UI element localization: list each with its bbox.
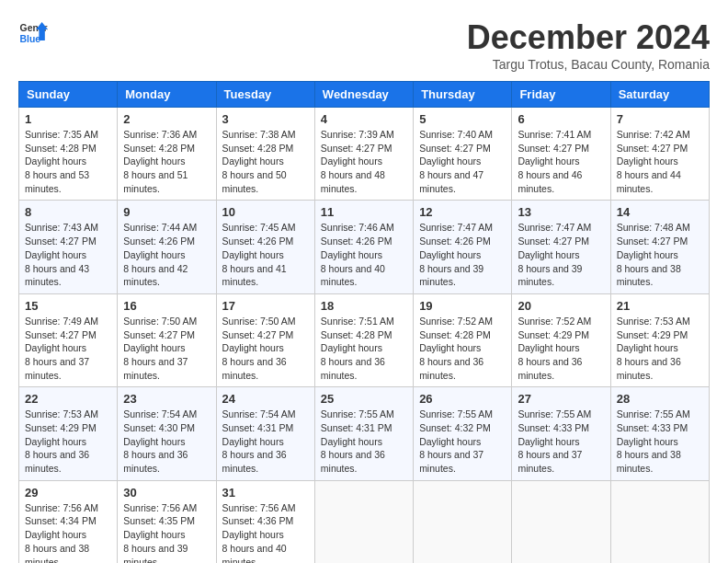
day-number: 28: [617, 392, 703, 406]
calendar-day-cell: 1 Sunrise: 7:35 AM Sunset: 4:28 PM Dayli…: [19, 108, 118, 201]
day-number: 18: [321, 299, 407, 313]
calendar-day-cell: [610, 480, 709, 563]
calendar-table: SundayMondayTuesdayWednesdayThursdayFrid…: [18, 81, 710, 563]
day-number: 30: [123, 486, 210, 500]
calendar-day-cell: [314, 480, 413, 563]
calendar-week-row: 15 Sunrise: 7:49 AM Sunset: 4:27 PM Dayl…: [19, 293, 710, 386]
day-number: 1: [25, 112, 111, 126]
calendar-day-cell: [414, 480, 512, 563]
day-number: 26: [419, 392, 506, 406]
day-number: 31: [222, 486, 309, 500]
day-info: Sunrise: 7:38 AM Sunset: 4:28 PM Dayligh…: [222, 128, 309, 195]
calendar-day-cell: 12 Sunrise: 7:47 AM Sunset: 4:26 PM Dayl…: [414, 201, 512, 293]
calendar-day-cell: 21 Sunrise: 7:53 AM Sunset: 4:29 PM Dayl…: [610, 293, 709, 386]
day-info: Sunrise: 7:39 AM Sunset: 4:27 PM Dayligh…: [321, 128, 407, 195]
day-number: 27: [518, 392, 604, 406]
calendar-header-row: SundayMondayTuesdayWednesdayThursdayFrid…: [19, 82, 710, 108]
day-number: 3: [222, 112, 309, 126]
calendar-day-cell: 4 Sunrise: 7:39 AM Sunset: 4:27 PM Dayli…: [314, 108, 413, 201]
day-info: Sunrise: 7:53 AM Sunset: 4:29 PM Dayligh…: [25, 408, 111, 475]
calendar-day-cell: 5 Sunrise: 7:40 AM Sunset: 4:27 PM Dayli…: [414, 108, 512, 201]
calendar-day-cell: 16 Sunrise: 7:50 AM Sunset: 4:27 PM Dayl…: [118, 293, 216, 386]
day-info: Sunrise: 7:49 AM Sunset: 4:27 PM Dayligh…: [25, 315, 111, 382]
day-info: Sunrise: 7:48 AM Sunset: 4:27 PM Dayligh…: [617, 221, 703, 288]
col-header-saturday: Saturday: [610, 82, 709, 108]
day-info: Sunrise: 7:50 AM Sunset: 4:27 PM Dayligh…: [123, 315, 210, 382]
day-number: 10: [222, 205, 309, 219]
day-info: Sunrise: 7:43 AM Sunset: 4:27 PM Dayligh…: [25, 221, 111, 288]
day-info: Sunrise: 7:54 AM Sunset: 4:31 PM Dayligh…: [222, 408, 309, 475]
day-number: 23: [123, 392, 210, 406]
day-number: 2: [123, 112, 210, 126]
day-info: Sunrise: 7:36 AM Sunset: 4:28 PM Dayligh…: [123, 128, 210, 195]
day-number: 9: [123, 205, 210, 219]
calendar-day-cell: 20 Sunrise: 7:52 AM Sunset: 4:29 PM Dayl…: [512, 293, 610, 386]
day-number: 11: [321, 205, 407, 219]
day-number: 13: [518, 205, 604, 219]
day-info: Sunrise: 7:51 AM Sunset: 4:28 PM Dayligh…: [321, 315, 407, 382]
calendar-day-cell: 11 Sunrise: 7:46 AM Sunset: 4:26 PM Dayl…: [314, 201, 413, 293]
col-header-friday: Friday: [512, 82, 610, 108]
day-info: Sunrise: 7:55 AM Sunset: 4:31 PM Dayligh…: [321, 408, 407, 475]
col-header-sunday: Sunday: [19, 82, 118, 108]
calendar-week-row: 8 Sunrise: 7:43 AM Sunset: 4:27 PM Dayli…: [19, 201, 710, 293]
col-header-monday: Monday: [118, 82, 216, 108]
day-info: Sunrise: 7:50 AM Sunset: 4:27 PM Dayligh…: [222, 315, 309, 382]
title-block: December 2024 Targu Trotus, Bacau County…: [467, 18, 710, 72]
calendar-day-cell: 22 Sunrise: 7:53 AM Sunset: 4:29 PM Dayl…: [19, 387, 118, 480]
day-info: Sunrise: 7:54 AM Sunset: 4:30 PM Dayligh…: [123, 408, 210, 475]
calendar-day-cell: 24 Sunrise: 7:54 AM Sunset: 4:31 PM Dayl…: [216, 387, 314, 480]
calendar-day-cell: 10 Sunrise: 7:45 AM Sunset: 4:26 PM Dayl…: [216, 201, 314, 293]
calendar-week-row: 1 Sunrise: 7:35 AM Sunset: 4:28 PM Dayli…: [19, 108, 710, 201]
day-info: Sunrise: 7:55 AM Sunset: 4:32 PM Dayligh…: [419, 408, 506, 475]
col-header-tuesday: Tuesday: [216, 82, 314, 108]
day-number: 8: [25, 205, 111, 219]
calendar-day-cell: 29 Sunrise: 7:56 AM Sunset: 4:34 PM Dayl…: [19, 480, 118, 563]
calendar-day-cell: 14 Sunrise: 7:48 AM Sunset: 4:27 PM Dayl…: [610, 201, 709, 293]
location-subtitle: Targu Trotus, Bacau County, Romania: [467, 57, 710, 72]
day-info: Sunrise: 7:55 AM Sunset: 4:33 PM Dayligh…: [617, 408, 703, 475]
page-header: General Blue December 2024 Targu Trotus,…: [18, 18, 710, 72]
calendar-week-row: 22 Sunrise: 7:53 AM Sunset: 4:29 PM Dayl…: [19, 387, 710, 480]
day-number: 21: [617, 299, 703, 313]
calendar-day-cell: 19 Sunrise: 7:52 AM Sunset: 4:28 PM Dayl…: [414, 293, 512, 386]
logo: General Blue: [18, 18, 48, 48]
day-info: Sunrise: 7:52 AM Sunset: 4:28 PM Dayligh…: [419, 315, 506, 382]
day-number: 14: [617, 205, 703, 219]
day-number: 22: [25, 392, 111, 406]
calendar-week-row: 29 Sunrise: 7:56 AM Sunset: 4:34 PM Dayl…: [19, 480, 710, 563]
day-info: Sunrise: 7:47 AM Sunset: 4:27 PM Dayligh…: [518, 221, 604, 288]
day-info: Sunrise: 7:47 AM Sunset: 4:26 PM Dayligh…: [419, 221, 506, 288]
calendar-day-cell: 3 Sunrise: 7:38 AM Sunset: 4:28 PM Dayli…: [216, 108, 314, 201]
calendar-day-cell: 26 Sunrise: 7:55 AM Sunset: 4:32 PM Dayl…: [414, 387, 512, 480]
day-number: 25: [321, 392, 407, 406]
day-number: 16: [123, 299, 210, 313]
calendar-day-cell: 15 Sunrise: 7:49 AM Sunset: 4:27 PM Dayl…: [19, 293, 118, 386]
day-number: 19: [419, 299, 506, 313]
col-header-thursday: Thursday: [414, 82, 512, 108]
day-info: Sunrise: 7:56 AM Sunset: 4:34 PM Dayligh…: [25, 501, 111, 563]
day-info: Sunrise: 7:55 AM Sunset: 4:33 PM Dayligh…: [518, 408, 604, 475]
calendar-day-cell: 27 Sunrise: 7:55 AM Sunset: 4:33 PM Dayl…: [512, 387, 610, 480]
calendar-day-cell: 30 Sunrise: 7:56 AM Sunset: 4:35 PM Dayl…: [118, 480, 216, 563]
day-info: Sunrise: 7:44 AM Sunset: 4:26 PM Dayligh…: [123, 221, 210, 288]
calendar-day-cell: 13 Sunrise: 7:47 AM Sunset: 4:27 PM Dayl…: [512, 201, 610, 293]
day-info: Sunrise: 7:56 AM Sunset: 4:35 PM Dayligh…: [123, 501, 210, 563]
calendar-day-cell: 25 Sunrise: 7:55 AM Sunset: 4:31 PM Dayl…: [314, 387, 413, 480]
day-info: Sunrise: 7:35 AM Sunset: 4:28 PM Dayligh…: [25, 128, 111, 195]
day-number: 24: [222, 392, 309, 406]
day-info: Sunrise: 7:42 AM Sunset: 4:27 PM Dayligh…: [617, 128, 703, 195]
day-number: 4: [321, 112, 407, 126]
logo-icon: General Blue: [18, 18, 48, 48]
day-info: Sunrise: 7:41 AM Sunset: 4:27 PM Dayligh…: [518, 128, 604, 195]
day-info: Sunrise: 7:40 AM Sunset: 4:27 PM Dayligh…: [419, 128, 506, 195]
calendar-day-cell: 28 Sunrise: 7:55 AM Sunset: 4:33 PM Dayl…: [610, 387, 709, 480]
calendar-day-cell: 23 Sunrise: 7:54 AM Sunset: 4:30 PM Dayl…: [118, 387, 216, 480]
day-info: Sunrise: 7:53 AM Sunset: 4:29 PM Dayligh…: [617, 315, 703, 382]
day-info: Sunrise: 7:46 AM Sunset: 4:26 PM Dayligh…: [321, 221, 407, 288]
day-number: 5: [419, 112, 506, 126]
day-number: 29: [25, 486, 111, 500]
day-number: 6: [518, 112, 604, 126]
calendar-day-cell: 7 Sunrise: 7:42 AM Sunset: 4:27 PM Dayli…: [610, 108, 709, 201]
calendar-day-cell: [512, 480, 610, 563]
